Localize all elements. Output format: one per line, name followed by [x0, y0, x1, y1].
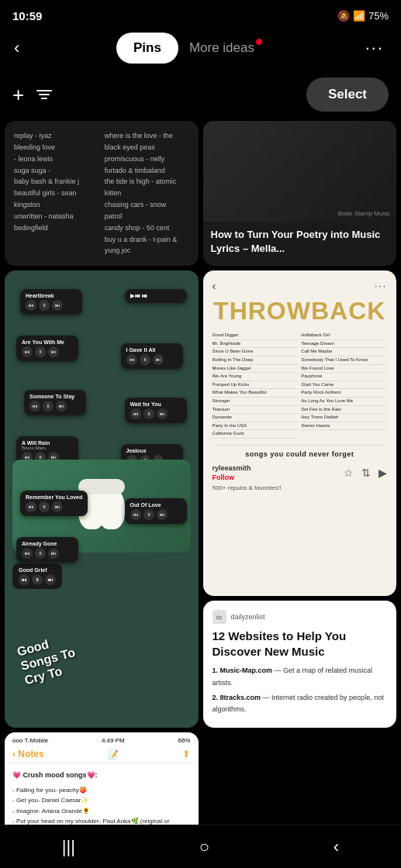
status-time: 10:59 — [12, 9, 42, 22]
list-item: We Found Love — [301, 365, 387, 374]
websites-inner: dz dailyzenlist 12 Websites to Help You … — [203, 601, 397, 728]
websites-list: 1. Music-Map.com — Get a map of related … — [213, 665, 388, 715]
music-card: ▶ ⏮ ⏭ — [125, 289, 187, 303]
wifi-icon: 📶 — [353, 10, 365, 22]
status-bar: 10:59 🔕 📶 75% — [0, 0, 401, 28]
list-item: 2. 8tracks.com — Internet radio created … — [213, 692, 388, 716]
throwback-footer: songs you could never forget ryleeasmith… — [213, 445, 388, 491]
throwback-user-info: ryleeasmith Follow — [213, 464, 251, 481]
music-card: Someone To Stay ⏮ ⏸ ⏭ — [24, 390, 86, 415]
list-item: candy shop - 50 cent — [105, 222, 189, 234]
cry-songs-inner: Heartbreak ⏮ ⏸ ⏭ ▶ ⏮ ⏭ — [5, 270, 199, 728]
poetry-text: How to Turn Your Poetry into Music Lyric… — [203, 222, 397, 264]
notes-title-label: 📝 — [108, 749, 119, 760]
new-indicator-dot — [256, 39, 262, 45]
music-card: Remember You Loved ⏮ ⏸ ⏭ — [20, 491, 88, 516]
music-cards-area: Heartbreak ⏮ ⏸ ⏭ ▶ ⏮ ⏭ — [12, 281, 191, 560]
list-item: Titanium — [213, 406, 299, 415]
pin-card-websites[interactable]: dz dailyzenlist 12 Websites to Help You … — [203, 601, 397, 728]
throwback-title: THROWBACK — [213, 297, 388, 326]
cry-songs-label: GoodSongs ToCry To — [16, 631, 81, 688]
battery-label: 75% — [368, 10, 389, 22]
notes-share-button[interactable]: ⬆ — [182, 749, 190, 760]
throwback-back: ‹ — [213, 280, 216, 292]
music-card: Are You With Me ⏮ ⏸ ⏭ — [16, 336, 78, 361]
pin-card-throwback[interactable]: ‹ ··· THROWBACK Good Digger Mr. Brightsi… — [203, 270, 397, 596]
list-item: Since U Been Gone — [213, 348, 299, 356]
music-card: Wait for You ⏮ ⏸ ⏭ — [125, 398, 187, 423]
repost-icon[interactable]: ⇅ — [361, 467, 371, 479]
throwback-follow-button[interactable]: Follow — [213, 474, 251, 481]
throwback-repubs: 500+ repubs & favorites!! — [213, 484, 388, 491]
pins-grid: replay - iyaz bleeding love- leona lewis… — [0, 121, 401, 868]
tab-pins[interactable]: Pins — [116, 33, 178, 64]
poetry-title: How to Turn Your Poetry into Music Lyric… — [211, 228, 389, 256]
list-item: Teenage Dream — [301, 340, 387, 349]
toolbar-left: + — [12, 83, 52, 107]
list-item: Party In the USA — [213, 422, 299, 431]
throwback-action-buttons: ☆ ⇅ ▶ — [344, 467, 387, 479]
status-icons: 🔕 📶 75% — [337, 10, 389, 22]
list-item: the tide is high - atomickitten — [105, 176, 189, 199]
list-item: Stronger — [213, 398, 299, 406]
add-pin-button[interactable]: + — [12, 83, 24, 107]
note-title: 💗 Crush mood songs💗: — [12, 770, 191, 782]
back-button[interactable]: ‹ — [11, 35, 22, 61]
throwback-user-row: ryleeasmith Follow ☆ ⇅ ▶ — [213, 464, 388, 481]
websites-source-name: dailyzenlist — [231, 613, 265, 621]
pin-card-cry-songs[interactable]: Heartbreak ⏮ ⏸ ⏭ ▶ ⏮ ⏭ — [5, 270, 199, 728]
toolbar: + Select — [0, 71, 401, 121]
list-item: chasing cars - snowpatrol — [105, 199, 189, 222]
list-item: Good Digger — [213, 332, 299, 340]
list-item: Payphone — [301, 373, 387, 381]
star-icon[interactable]: ☆ — [344, 467, 354, 479]
notes-status-bar: ooo T-Mobile 4:49 PM 66% — [5, 732, 199, 746]
music-card: Already Gone ⏮ ⏸ ⏭ — [16, 537, 78, 563]
list-item: 1. Music-Map.com — Get a map of related … — [213, 665, 388, 689]
tab-more-ideas[interactable]: More ideas — [178, 33, 265, 64]
nav-back-button[interactable]: ‹ — [327, 831, 345, 863]
good-grief-card: Good Grief ⏮ ⏸ ⏭ — [12, 563, 62, 589]
list-item: - Falling for you- peachy🍑 — [12, 785, 191, 795]
list-item: suga suga -baby bash & frankie j — [14, 165, 99, 188]
header-tabs: Pins More ideas — [116, 33, 265, 64]
list-item: Pumped Up Kicks — [213, 381, 299, 390]
list-item: California Gurls — [213, 430, 299, 439]
list-item: Moves Like Jagger — [213, 365, 299, 374]
nav-recents-button[interactable]: ||| — [56, 831, 81, 863]
list-item: Call Me Maybe — [301, 348, 387, 356]
list-item: Party Rock Anthem — [301, 389, 387, 398]
pin-card-poetry[interactable]: Brain Stamp Music How to Turn Your Poetr… — [203, 121, 397, 266]
throwback-username: ryleeasmith — [213, 464, 251, 472]
list-item: Dynamite — [213, 414, 299, 422]
notes-time: 4:49 PM — [102, 737, 125, 744]
websites-title: 12 Websites to Help You Discover New Mus… — [213, 629, 388, 659]
list-item: Set Fire to the Rain — [301, 406, 387, 415]
list-item: Hey There Delilah — [301, 414, 387, 422]
throwback-header: ‹ ··· — [213, 280, 388, 292]
list-item: Somebody That I Used To Know — [301, 356, 387, 365]
filter-button[interactable] — [36, 90, 52, 99]
select-button[interactable]: Select — [306, 78, 389, 112]
list-item: promiscuous - nellyfurtado & timbaland — [105, 153, 189, 177]
websites-favicon: dz — [213, 610, 226, 624]
nav-home-button[interactable]: ○ — [193, 831, 216, 863]
bottom-nav: ||| ○ ‹ — [0, 825, 401, 868]
music-card: Out Of Love ⏮ ⏸ ⏭ — [125, 498, 187, 524]
music-card: Heartbreak ⏮ ⏸ ⏭ — [20, 289, 82, 315]
notification-icon: 🔕 — [337, 10, 350, 22]
list-item: where is the love - theblack eyed peas — [105, 130, 189, 153]
poetry-source: Brain Stamp Music — [338, 210, 390, 217]
throwback-more-options: ··· — [375, 281, 387, 291]
pin-card-songs-text[interactable]: replay - iyaz bleeding love- leona lewis… — [5, 121, 199, 266]
notes-back-button[interactable]: ‹ Notes — [12, 749, 44, 760]
list-item: - Imagine- Ariana Grande🌻 — [12, 806, 191, 816]
notes-carrier: ooo T-Mobile — [12, 737, 48, 744]
list-item: replay - iyaz — [14, 130, 99, 142]
list-item: We Are Young — [213, 373, 299, 381]
throwback-inner: ‹ ··· THROWBACK Good Digger Mr. Brightsi… — [203, 270, 397, 501]
more-options-button[interactable]: ··· — [359, 35, 390, 61]
music-card: I Gave It All ⏮ ⏸ ⏭ — [121, 343, 183, 369]
play-icon[interactable]: ▶ — [379, 467, 387, 479]
notes-battery: 66% — [178, 737, 190, 744]
